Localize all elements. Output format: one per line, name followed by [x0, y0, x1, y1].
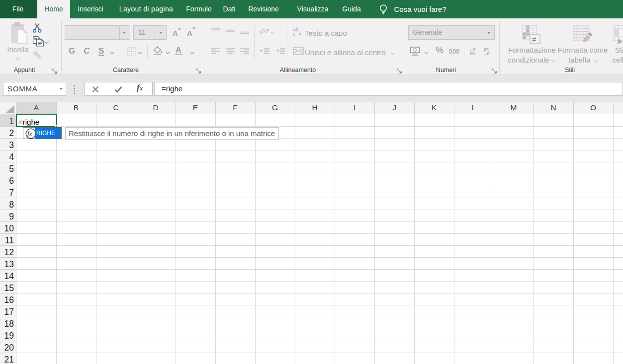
svg-text:c: c: [293, 31, 295, 36]
svg-text:,00: ,00: [469, 51, 475, 55]
svg-text:fx: fx: [27, 129, 32, 138]
svg-text:→0: →0: [483, 51, 490, 55]
svg-text:ab: ab: [259, 27, 267, 35]
svg-text:≠: ≠: [532, 35, 536, 44]
